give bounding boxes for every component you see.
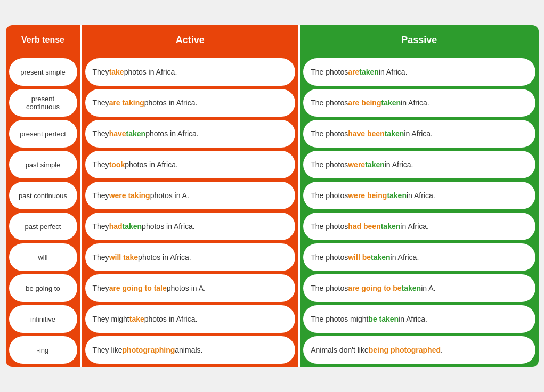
active-cell: They have taken photos in Africa. [85, 120, 296, 148]
passive-rows: The photos are taken in Africa.The photo… [300, 55, 538, 367]
active-header: Active [82, 25, 299, 55]
passive-cell: The photos were taken in Africa. [303, 151, 535, 178]
active-cell: They had taken photos in Africa. [85, 213, 296, 240]
active-cell: They took photos in Africa. [85, 151, 296, 178]
verb-cell: past simple [9, 151, 77, 178]
active-column: Active They take photos in Africa.They a… [80, 25, 301, 367]
passive-cell: Animals don't like being photographed. [303, 336, 535, 364]
verb-cell: present simple [9, 58, 77, 86]
verb-cell: will [9, 243, 77, 271]
active-cell: They like photographing animals. [85, 336, 296, 364]
verb-cell: past perfect [9, 213, 77, 240]
active-cell: They are taking photos in Africa. [85, 89, 296, 117]
active-cell: They take photos in Africa. [85, 58, 296, 86]
active-cell: They are going to tale photos in A. [85, 274, 296, 302]
verb-tense-column: Verb tense present simplepresent continu… [6, 25, 80, 367]
passive-cell: The photos will be taken in Africa. [303, 243, 535, 271]
verb-cell: past continuous [9, 182, 77, 209]
verb-cell: present continuous [9, 89, 77, 117]
passive-cell: The photos are being taken in Africa. [303, 89, 535, 117]
passive-cell: The photos might be taken in Africa. [303, 305, 535, 333]
passive-column: Passive The photos are taken in Africa.T… [300, 25, 538, 367]
active-cell: They were taking photos in A. [85, 182, 296, 209]
grammar-table: Verb tense present simplepresent continu… [6, 25, 539, 367]
active-cell: They will take photos in Africa. [85, 243, 296, 271]
verb-cell: be going to [9, 274, 77, 302]
passive-cell: The photos had been taken in Africa. [303, 213, 535, 240]
verb-cell: present perfect [9, 120, 77, 148]
passive-cell: The photos have been taken in Africa. [303, 120, 535, 148]
verb-cell: infinitive [9, 305, 77, 333]
passive-cell: The photos were being taken in Africa. [303, 182, 535, 209]
active-cell: They might take photos in Africa. [85, 305, 296, 333]
active-rows: They take photos in Africa.They are taki… [82, 55, 299, 367]
passive-cell: The photos are going to be taken in A. [303, 274, 535, 302]
passive-cell: The photos are taken in Africa. [303, 58, 535, 86]
verb-cell: -ing [9, 336, 77, 364]
verb-tense-rows: present simplepresent continuouspresent … [6, 55, 80, 367]
passive-header: Passive [300, 25, 538, 55]
verb-tense-header: Verb tense [6, 25, 80, 55]
